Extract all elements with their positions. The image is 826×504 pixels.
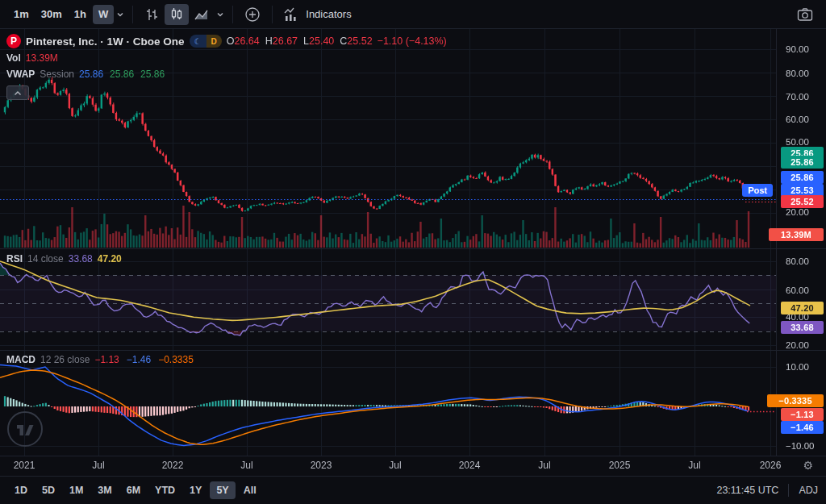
ohlc-item: C25.52 (340, 35, 372, 47)
ohlc-values: O26.64H26.67L25.40C25.52 (227, 35, 373, 47)
screenshot-camera-icon[interactable] (792, 4, 818, 25)
axis-price-label: 90.00 (786, 44, 809, 55)
range-button-5d[interactable]: 5D (35, 481, 61, 499)
compare-add-symbol-icon[interactable] (240, 3, 265, 26)
time-axis[interactable]: ⚙ 2021Jul2022Jul2023Jul2024Jul2025Jul202… (0, 456, 826, 476)
pane-separator[interactable] (0, 248, 826, 249)
range-button-6m[interactable]: 6M (120, 481, 147, 499)
macd-params: 12 26 close (40, 354, 90, 365)
indicators-button[interactable]: Indicators (279, 4, 355, 25)
market-closed-moon-icon: ☾ (190, 35, 206, 48)
interval-button-w[interactable]: W (93, 5, 114, 24)
range-button-1m[interactable]: 1M (63, 481, 90, 499)
rsi-label: RSI (6, 253, 23, 264)
time-axis-label: Jul (538, 460, 550, 471)
indicators-icon (283, 6, 301, 23)
symbol-title[interactable]: Pinterest, Inc. · 1W · Cboe One (26, 35, 185, 48)
rsi-params: 14 close (27, 253, 64, 264)
vwap-value: 25.86 (79, 69, 103, 80)
time-axis-label: 2023 (311, 460, 332, 471)
axis-price-label: 60.00 (786, 285, 809, 296)
interval-button-1m[interactable]: 1m (8, 5, 35, 24)
adjusted-toggle[interactable]: ADJ (799, 485, 818, 496)
interval-button-30m[interactable]: 30m (35, 5, 68, 24)
rsi-legend[interactable]: RSI 14 close 33.68 47.20 (6, 253, 122, 264)
macd-value: −0.3335 (158, 354, 194, 365)
axis-price-label: 80.00 (786, 68, 809, 79)
macd-value: −1.13 (94, 354, 119, 365)
time-axis-label: 2026 (760, 460, 782, 471)
volume-value: 13.39M (26, 52, 58, 64)
rsi-value: 33.68 (69, 253, 93, 264)
vwap-legend[interactable]: VWAP Session 25.8625.8625.86 (6, 69, 165, 80)
rsi-ma-value: 47.20 (98, 253, 122, 264)
axis-price-badge: 25.52 (781, 195, 824, 208)
range-button-5y[interactable]: 5Y (210, 481, 235, 499)
ohlc-item: H26.67 (265, 35, 298, 47)
price-chart-canvas[interactable] (0, 29, 776, 456)
toolbar-divider (232, 6, 233, 23)
axis-price-label: 60.00 (786, 114, 809, 125)
macd-legend[interactable]: MACD 12 26 close −1.13−1.46−0.3335 (6, 354, 194, 365)
axis-price-label: 70.00 (786, 91, 809, 102)
time-axis-label: 2025 (609, 460, 631, 471)
axis-price-label: 50.00 (786, 136, 809, 148)
macd-values: −1.13−1.46−0.3335 (94, 354, 193, 365)
axis-price-badge: 25.86 (781, 156, 824, 169)
bottom-toolbar: 1D5D1M3M6MYTD1Y5YAll 23:11:45 UTC ADJ (0, 476, 826, 504)
axis-settings-gear-icon[interactable]: ⚙ (803, 459, 813, 472)
post-market-chip: Post (742, 184, 773, 197)
macd-value: −1.46 (127, 354, 151, 365)
collapse-pane-button[interactable] (6, 85, 29, 100)
time-axis-label: 2024 (459, 460, 481, 471)
interval-dropdown-chevron-icon[interactable] (115, 9, 126, 20)
pinterest-logo: P (6, 34, 21, 48)
divider (788, 484, 789, 497)
range-button-3m[interactable]: 3M (91, 481, 118, 499)
axis-price-badge: 47.20 (781, 302, 824, 314)
vwap-params: Session (40, 69, 74, 80)
vwap-label: VWAP (6, 69, 35, 80)
vwap-value: 25.86 (110, 69, 134, 80)
axis-price-badge: −1.46 (781, 421, 824, 434)
candlestick-chart-type-icon[interactable] (165, 4, 189, 25)
pane-separator[interactable] (0, 350, 826, 351)
chart-type-dropdown-chevron-icon[interactable] (215, 9, 226, 20)
price-change: −1.10 (−4.13%) (378, 35, 447, 47)
axis-price-label: 80.00 (786, 256, 809, 267)
interval-button-1h[interactable]: 1h (69, 5, 92, 24)
bar-chart-type-icon[interactable] (140, 4, 164, 25)
range-button-1d[interactable]: 1D (8, 481, 34, 499)
time-axis-label: Jul (92, 460, 104, 471)
axis-price-badge: −1.13 (781, 408, 824, 421)
price-axis[interactable]: 90.0080.0070.0060.0050.0020.0080.0060.00… (776, 29, 826, 456)
date-range-buttons: 1D5D1M3M6MYTD1Y5YAll (8, 481, 263, 499)
volume-legend[interactable]: Vol 13.39M (6, 52, 58, 64)
symbol-legend[interactable]: P Pinterest, Inc. · 1W · Cboe One ☾ D O2… (6, 34, 447, 48)
range-button-1y[interactable]: 1Y (183, 481, 208, 499)
area-chart-type-icon[interactable] (190, 4, 214, 25)
delayed-data-badge: D (206, 35, 222, 48)
axis-price-label: −10.00 (786, 440, 815, 452)
ohlc-item: O26.64 (227, 35, 260, 47)
toolbar-divider (132, 6, 133, 23)
indicators-label: Indicators (306, 8, 351, 20)
tradingview-logo[interactable] (7, 411, 43, 447)
market-status-pill[interactable]: ☾ D (190, 35, 222, 48)
time-axis-label: Jul (240, 460, 252, 471)
volume-label: Vol (6, 52, 21, 64)
range-button-all[interactable]: All (237, 481, 263, 499)
time-axis-label: 2022 (162, 460, 184, 471)
clock[interactable]: 23:11:45 UTC (716, 485, 778, 496)
chevron-up-icon (14, 90, 22, 96)
chart-area[interactable]: P Pinterest, Inc. · 1W · Cboe One ☾ D O2… (0, 29, 826, 456)
ohlc-item: L25.40 (303, 35, 334, 47)
vwap-values: 25.8625.8625.86 (79, 69, 165, 80)
time-axis-label: Jul (389, 460, 401, 471)
axis-price-label: 20.00 (786, 339, 809, 351)
axis-price-label: 10.00 (786, 361, 809, 373)
range-button-ytd[interactable]: YTD (148, 481, 181, 499)
top-toolbar: 1m30m1hW (0, 0, 826, 29)
time-axis-label: 2021 (14, 460, 35, 471)
vwap-value: 25.86 (140, 69, 165, 80)
